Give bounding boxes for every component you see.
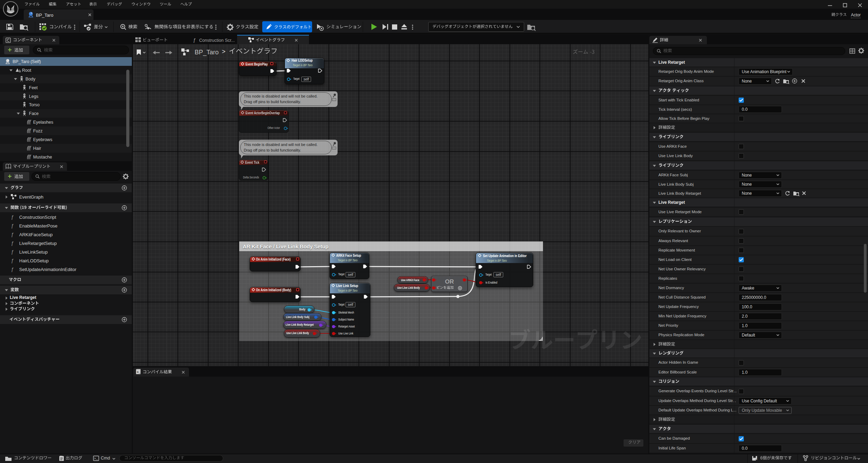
svg-text:>_: >_ xyxy=(94,457,98,461)
svg-text:>_: >_ xyxy=(137,371,141,374)
svg-text:*: * xyxy=(756,458,757,461)
